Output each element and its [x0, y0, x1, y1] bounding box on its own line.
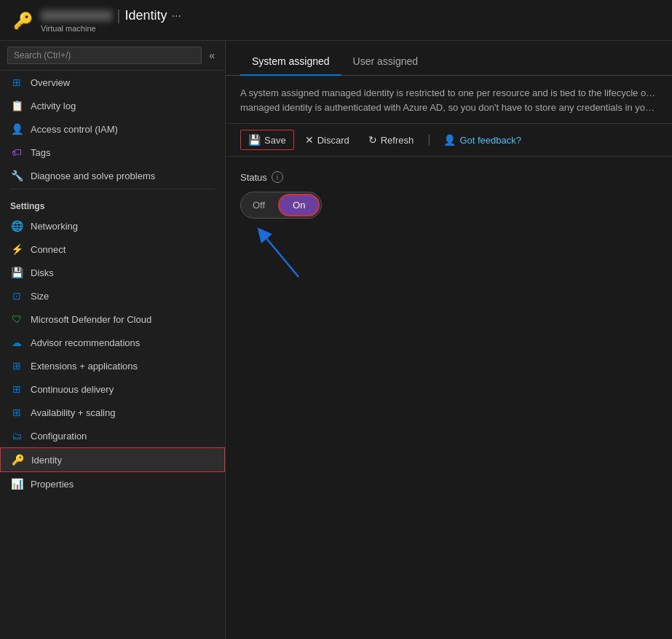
discard-icon: ✕	[305, 134, 314, 146]
content-description: A system assigned managed identity is re…	[226, 76, 672, 124]
sidebar-item-label: Continuous delivery	[31, 384, 114, 395]
overview-icon: ⊞	[10, 76, 23, 89]
defender-icon: 🛡	[10, 313, 23, 326]
delivery-icon: ⊞	[10, 383, 23, 396]
sidebar-item-label: Tags	[31, 147, 50, 158]
sidebar-item-properties[interactable]: 📊 Properties	[0, 472, 225, 495]
arrow-annotation	[240, 226, 657, 284]
feedback-icon: 👤	[443, 134, 456, 146]
header-ellipsis-button[interactable]: ···	[172, 9, 181, 23]
sidebar-item-label: Networking	[31, 221, 78, 232]
svg-text:🔑: 🔑	[13, 11, 33, 31]
tabs-row: System assigned User assigned	[226, 41, 672, 76]
feedback-label: Got feedback?	[459, 135, 521, 146]
connect-icon: ⚡	[10, 243, 23, 256]
sidebar-item-access-control[interactable]: 👤 Access control (IAM)	[0, 117, 225, 141]
size-icon: ⊡	[10, 289, 23, 302]
page-header: 🔑 vm-b-app-vmd | Identity ··· Virtual ma…	[0, 0, 672, 41]
activity-log-icon: 📋	[10, 99, 23, 112]
sidebar-item-label: Identity	[31, 455, 62, 466]
sidebar-item-disks[interactable]: 💾 Disks	[0, 261, 225, 284]
sidebar-item-label: Size	[31, 291, 49, 302]
sidebar-item-label: Access control (IAM)	[31, 124, 118, 135]
sidebar-item-extensions[interactable]: ⊞ Extensions + applications	[0, 354, 225, 377]
save-label: Save	[264, 135, 286, 146]
diagnose-icon: 🔧	[10, 169, 23, 182]
arrow-svg	[240, 226, 328, 284]
discard-button[interactable]: ✕ Discard	[297, 130, 357, 150]
tab-user-assigned[interactable]: User assigned	[341, 50, 430, 76]
availability-icon: ⊞	[10, 406, 23, 419]
status-toggle[interactable]: Off On	[240, 192, 322, 219]
resource-icon: 🔑	[10, 9, 33, 32]
sidebar-item-overview[interactable]: ⊞ Overview	[0, 71, 225, 94]
sidebar-item-label: Properties	[31, 479, 74, 490]
access-control-icon: 👤	[10, 122, 23, 136]
sidebar-item-label: Connect	[31, 244, 66, 255]
sidebar-item-activity-log[interactable]: 📋 Activity log	[0, 94, 225, 117]
status-section: Status i Off On	[226, 157, 672, 299]
resource-type-label: Virtual machine	[41, 24, 181, 33]
toolbar: 💾 Save ✕ Discard ↻ Refresh | 👤 Got feedb…	[226, 124, 672, 157]
tags-icon: 🏷	[10, 146, 23, 159]
sidebar-item-label: Activity log	[31, 101, 76, 111]
configuration-icon: 🗂	[10, 429, 23, 442]
sidebar-search-row: «	[0, 41, 225, 71]
sidebar-item-label: Availability + scaling	[31, 407, 115, 418]
sidebar-item-label: Overview	[31, 77, 70, 88]
sidebar-item-diagnose[interactable]: 🔧 Diagnose and solve problems	[0, 164, 225, 187]
feedback-button[interactable]: 👤 Got feedback?	[436, 130, 529, 149]
status-label: Status	[240, 172, 267, 183]
tab-system-assigned[interactable]: System assigned	[240, 50, 341, 76]
header-divider: |	[116, 7, 120, 24]
description-text: A system assigned managed identity is re…	[240, 87, 672, 98]
svg-line-2	[262, 233, 299, 277]
collapse-sidebar-button[interactable]: «	[206, 48, 218, 63]
extensions-icon: ⊞	[10, 359, 23, 372]
save-button[interactable]: 💾 Save	[240, 130, 294, 150]
content-area: System assigned User assigned A system a…	[226, 41, 672, 639]
disks-icon: 💾	[10, 266, 23, 279]
sidebar-item-label: Configuration	[31, 431, 87, 442]
header-title-group: vm-b-app-vmd | Identity ··· Virtual mach…	[41, 7, 181, 33]
properties-icon: 📊	[10, 477, 23, 490]
sidebar-item-networking[interactable]: 🌐 Networking	[0, 214, 225, 238]
main-layout: « ⊞ Overview 📋 Activity log 👤 Access con…	[0, 41, 672, 639]
sidebar: « ⊞ Overview 📋 Activity log 👤 Access con…	[0, 41, 226, 639]
identity-icon: 🔑	[11, 453, 24, 466]
search-input[interactable]	[7, 47, 202, 64]
toolbar-divider: |	[424, 133, 433, 146]
description-text-2: managed identity is authenticated with A…	[240, 102, 672, 113]
toggle-on-button[interactable]: On	[278, 194, 320, 216]
resource-name-blurred: vm-b-app-vmd	[41, 10, 112, 21]
save-icon: 💾	[248, 134, 261, 146]
sidebar-item-identity[interactable]: 🔑 Identity	[0, 447, 225, 472]
nav-divider	[10, 189, 215, 189]
sidebar-item-tags[interactable]: 🏷 Tags	[0, 141, 225, 164]
discard-label: Discard	[317, 135, 349, 146]
status-label-row: Status i	[240, 171, 657, 183]
status-info-icon[interactable]: i	[272, 171, 283, 183]
settings-section-label: Settings	[0, 191, 225, 214]
sidebar-nav: ⊞ Overview 📋 Activity log 👤 Access contr…	[0, 71, 225, 639]
refresh-button[interactable]: ↻ Refresh	[360, 130, 422, 150]
sidebar-item-label: Extensions + applications	[31, 361, 138, 372]
sidebar-item-advisor[interactable]: ☁ Advisor recommendations	[0, 331, 225, 354]
sidebar-item-label: Diagnose and solve problems	[31, 170, 155, 181]
sidebar-item-connect[interactable]: ⚡ Connect	[0, 238, 225, 261]
sidebar-item-size[interactable]: ⊡ Size	[0, 284, 225, 307]
advisor-icon: ☁	[10, 336, 23, 349]
sidebar-item-configuration[interactable]: 🗂 Configuration	[0, 424, 225, 447]
sidebar-item-availability[interactable]: ⊞ Availability + scaling	[0, 401, 225, 424]
networking-icon: 🌐	[10, 219, 23, 232]
refresh-icon: ↻	[368, 134, 377, 146]
sidebar-item-label: Advisor recommendations	[31, 337, 140, 348]
page-title: Identity	[124, 8, 167, 23]
sidebar-item-defender[interactable]: 🛡 Microsoft Defender for Cloud	[0, 307, 225, 331]
sidebar-item-label: Microsoft Defender for Cloud	[31, 314, 151, 325]
sidebar-item-delivery[interactable]: ⊞ Continuous delivery	[0, 377, 225, 401]
toggle-off-button[interactable]: Off	[241, 195, 277, 215]
refresh-label: Refresh	[381, 135, 414, 146]
toggle-container: Off On	[240, 192, 657, 219]
sidebar-item-label: Disks	[31, 267, 54, 278]
